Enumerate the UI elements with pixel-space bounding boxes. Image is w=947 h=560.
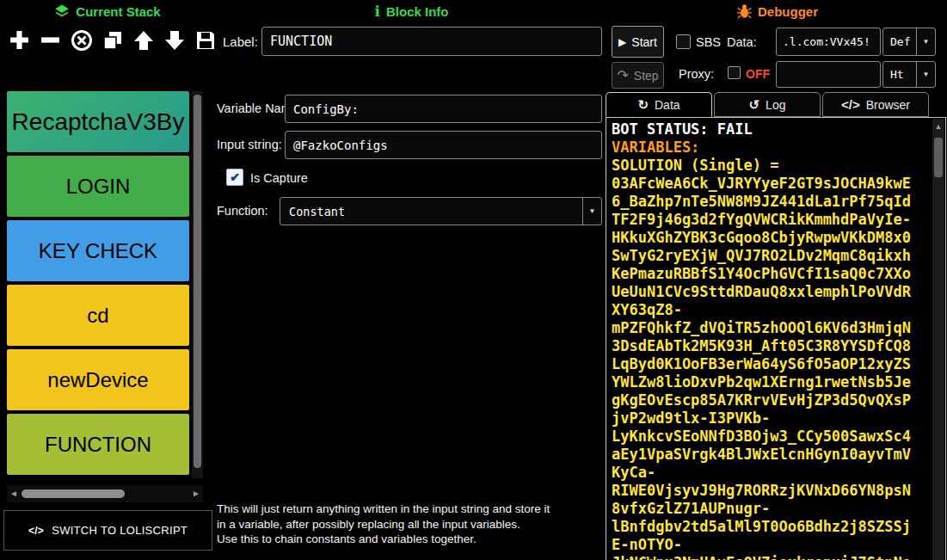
chevron-down-icon: ▼ <box>583 198 601 225</box>
step-button[interactable]: ↷ Step <box>612 62 664 89</box>
scrollbar-thumb[interactable] <box>934 138 943 177</box>
info-icon: i <box>375 3 380 20</box>
log-line: SOLUTION (Single) = <box>612 157 931 175</box>
scrollbar-thumb[interactable] <box>22 489 125 498</box>
plus-icon <box>8 28 31 52</box>
input-string-input[interactable] <box>285 131 602 159</box>
log-line: lBnfdgbv2td5alMl9T0Oo6Bdhz2j8SZSSj <box>612 518 931 536</box>
code-icon: </> <box>28 525 44 537</box>
label-input[interactable] <box>261 27 602 56</box>
arrow-up-icon <box>132 29 155 52</box>
stack-block-recaptchav3by[interactable]: RecaptchaV3By <box>7 91 189 152</box>
is-capture-label: Is Capture <box>250 171 308 185</box>
stack-block-label: newDevice <box>47 368 148 392</box>
block-description: This will just return anything written i… <box>217 502 612 547</box>
stack-block-newdevice[interactable]: newDevice <box>7 349 189 410</box>
switch-to-loliscript-button[interactable]: </> SWITCH TO LOLISCRIPT <box>3 510 212 551</box>
log-line: YWLZw8lioDxvPb2qw1XErng1rwetNsb5Je <box>612 373 931 391</box>
proxy-checkbox[interactable] <box>728 66 741 79</box>
bug-icon <box>737 3 752 19</box>
proxy-type-dropdown[interactable]: Ht ▼ <box>882 61 936 88</box>
stack-icon <box>54 3 70 19</box>
stack-block-label: LOGIN <box>66 175 131 199</box>
log-line: RIWE0VjsyvJ9Hg7RORRzjKVNxD66YN8psN <box>612 482 931 500</box>
disable-block-button[interactable] <box>67 24 95 56</box>
sbs-label: SBS <box>696 35 721 49</box>
clone-block-button[interactable] <box>98 24 126 56</box>
function-caption: Function: <box>217 204 268 218</box>
stack-block-label: FUNCTION <box>45 433 151 457</box>
stack-block-label: KEY CHECK <box>39 239 157 263</box>
log-line: HKkuXGhZYBK3cGqoo8CbjyRwpwVKkDM8x0 <box>612 229 931 247</box>
sbs-checkbox[interactable] <box>676 34 691 49</box>
debugger-tabs: ↻Data↺Log</>Browser <box>606 92 931 117</box>
add-block-button[interactable] <box>5 24 34 56</box>
log-line: LqByd0K1OoFB3erWa64yS6fO5aOP12xyZS <box>612 355 931 373</box>
openbullet-window: Current Stack i Block Info Debugger <box>0 0 947 560</box>
tab-label: Log <box>766 98 785 112</box>
save-config-button[interactable] <box>191 24 219 56</box>
debugger-title: Debugger <box>758 4 818 19</box>
input-string-caption: Input string: <box>217 138 282 151</box>
tab-data[interactable]: ↻Data <box>606 92 712 117</box>
stack-block-function[interactable]: FUNCTION <box>7 414 189 475</box>
is-capture-checkbox[interactable]: ✔ <box>226 169 243 186</box>
stack-block-key-check[interactable]: KEY CHECK <box>7 220 189 281</box>
log-line: LyKnkcvSEoNNfD3BOjw3_CCy500SawxSc4 <box>612 428 931 446</box>
stack-block-login[interactable]: LOGIN <box>7 156 189 217</box>
refresh-icon: ↻ <box>637 97 649 113</box>
data-input[interactable] <box>776 28 881 56</box>
data-type-dropdown[interactable]: Def ▼ <box>882 28 936 56</box>
data-caption: Data: <box>727 35 757 49</box>
copy-icon <box>101 29 124 52</box>
stack-toolbar <box>5 24 219 57</box>
log-line: aEy1VpaSVrgk4BlJWxElcnHGynI0ayvTmV <box>612 446 931 464</box>
log-line: 3DsdEAbTk2M5K93H_Aft05C3R8YYSDfCQ8 <box>612 337 931 355</box>
tab-log[interactable]: ↺Log <box>714 92 821 117</box>
stack-block-label: RecaptchaV3By <box>12 108 185 136</box>
proxy-caption: Proxy: <box>679 67 714 81</box>
save-icon <box>194 29 217 52</box>
scrollbar-thumb[interactable] <box>194 95 201 468</box>
variable-name-input[interactable] <box>285 95 602 123</box>
log-line: 8vfxGzlZ71AUPnugr- <box>612 500 931 518</box>
description-line: in a variable, after possibly replacing … <box>217 517 612 532</box>
step-icon: ↷ <box>617 67 628 83</box>
proxy-input[interactable] <box>776 61 881 88</box>
debugger-header: Debugger <box>608 0 947 22</box>
stack-block-cd[interactable]: cd <box>7 285 189 346</box>
remove-block-button[interactable] <box>36 24 65 56</box>
log-line: 6_BaZhp7nTe5NW8M9JZ441dLa1rPf75qId <box>612 193 931 211</box>
log-scrollbar[interactable]: ▲ <box>932 119 944 560</box>
move-up-button[interactable] <box>129 24 157 56</box>
circle-x-icon <box>71 29 93 52</box>
data-type-value: Def <box>883 28 916 55</box>
play-icon: ▶ <box>618 36 626 48</box>
label-caption: Label: <box>223 34 258 49</box>
stack-block-label: cd <box>87 304 108 328</box>
function-dropdown[interactable]: Constant ▼ <box>280 197 602 225</box>
current-stack-header: Current Stack <box>0 0 215 22</box>
description-line: This will just return anything written i… <box>217 502 612 517</box>
start-button-label: Start <box>631 35 657 49</box>
scroll-up-icon[interactable]: ▲ <box>932 119 944 131</box>
stack-vertical-scrollbar[interactable] <box>192 91 203 478</box>
debugger-output-panel: BOT STATUS: FAILVARIABLES:SOLUTION (Sing… <box>606 117 946 560</box>
scroll-right-icon[interactable]: ► <box>192 489 200 498</box>
code-icon: </> <box>841 97 860 112</box>
block-info-title: Block Info <box>386 4 449 19</box>
log-line: KyCa- <box>612 464 931 482</box>
tab-browser[interactable]: </>Browser <box>822 92 929 117</box>
log-line: XY63qZ8- <box>612 301 931 319</box>
start-button[interactable]: ▶ Start <box>612 26 664 58</box>
switch-button-label: SWITCH TO LOLISCRIPT <box>52 524 188 537</box>
tab-label: Data <box>655 98 680 112</box>
log-line: gKgEOvEscp85A7KRrvVEvHjZP3d5QvQXsP <box>612 391 931 409</box>
move-down-button[interactable] <box>160 24 188 56</box>
log-line: BOT STATUS: FAIL <box>612 120 931 138</box>
scroll-left-icon[interactable]: ◄ <box>9 489 18 498</box>
stack-horizontal-scrollbar[interactable]: ◄ ► <box>7 485 203 502</box>
block-info-header: i Block Info <box>215 0 608 22</box>
log-line: E-nOTYO- <box>612 536 931 554</box>
minus-icon <box>39 28 62 52</box>
